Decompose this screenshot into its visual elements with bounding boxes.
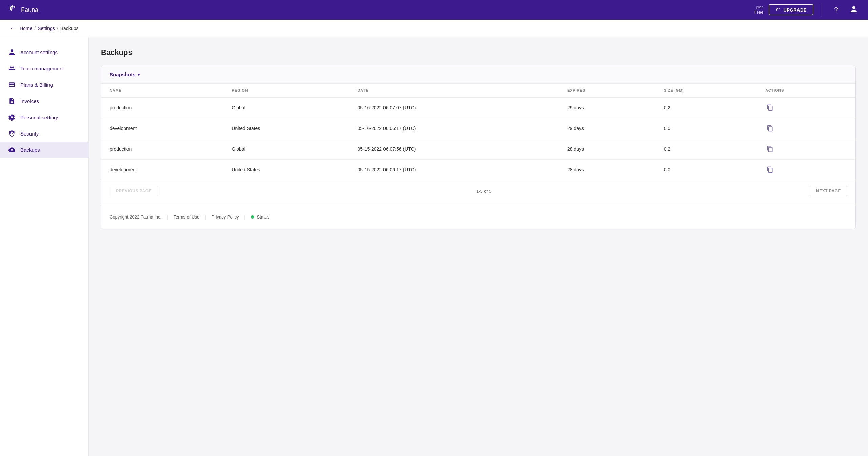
personal-settings-icon (8, 114, 16, 121)
sidebar-item-backups[interactable]: Backups (0, 142, 88, 158)
header-right: plan Free UPGRADE ? (754, 3, 860, 17)
plan-label: plan (754, 5, 764, 9)
fauna-logo-icon (8, 4, 18, 16)
snapshots-toggle-button[interactable]: Snapshots ▾ (110, 71, 140, 77)
table-row: productionGlobal05-16-2022 06:07:07 (UTC… (101, 98, 855, 118)
copy-icon (767, 146, 773, 152)
breadcrumb-sep-2: / (57, 26, 58, 31)
snapshots-table: NAMEREGIONDATEEXPIRESSIZE (GB)ACTIONS pr… (101, 84, 855, 180)
privacy-policy-link[interactable]: Privacy Policy (212, 214, 239, 220)
col-header-expires: EXPIRES (559, 84, 656, 98)
sidebar-item-personal-settings[interactable]: Personal settings (0, 109, 88, 125)
col-header-actions: ACTIONS (757, 84, 855, 98)
breadcrumb-home[interactable]: Home (20, 26, 32, 31)
personal-settings-label: Personal settings (20, 115, 59, 120)
svg-point-0 (14, 6, 15, 8)
cell-name-2: production (101, 139, 223, 160)
layout: Account settingsTeam managementPlans & B… (0, 37, 868, 456)
terms-of-use-link[interactable]: Terms of Use (174, 214, 200, 220)
snapshots-header: Snapshots ▾ (101, 65, 855, 84)
security-label: Security (20, 131, 39, 137)
cell-expires-1: 29 days (559, 118, 656, 139)
plan-value: Free (754, 9, 764, 15)
cell-actions-0 (757, 98, 855, 118)
user-menu-button[interactable] (848, 4, 860, 16)
cell-expires-2: 28 days (559, 139, 656, 160)
copy-icon (767, 166, 773, 173)
plan-info: plan Free (754, 5, 764, 15)
user-icon (850, 5, 857, 15)
page-info: 1-5 of 5 (476, 189, 491, 194)
sidebar-item-invoices[interactable]: Invoices (0, 93, 88, 109)
footer: Copyright 2022 Fauna Inc. | Terms of Use… (101, 205, 855, 229)
header-logo-text: Fauna (21, 6, 38, 14)
sidebar-item-team-management[interactable]: Team management (0, 60, 88, 77)
col-header-date: DATE (350, 84, 559, 98)
cell-size-2: 0.2 (656, 139, 757, 160)
cell-name-0: production (101, 98, 223, 118)
chevron-down-icon: ▾ (138, 72, 140, 77)
cell-name-3: development (101, 160, 223, 180)
footer-divider-1: | (167, 214, 168, 220)
cell-region-1: United States (223, 118, 349, 139)
cell-name-1: development (101, 118, 223, 139)
copy-action-button-3[interactable] (765, 165, 775, 174)
copyright-text: Copyright 2022 Fauna Inc. (110, 214, 161, 220)
cell-region-0: Global (223, 98, 349, 118)
account-settings-label: Account settings (20, 49, 58, 55)
help-icon: ? (834, 6, 838, 14)
status-link[interactable]: Status (257, 214, 270, 220)
backups-label: Backups (20, 147, 40, 153)
cell-size-3: 0.0 (656, 160, 757, 180)
backups-card: Snapshots ▾ NAMEREGIONDATEEXPIRESSIZE (G… (101, 65, 856, 229)
sidebar-item-plans-billing[interactable]: Plans & Billing (0, 77, 88, 93)
cell-actions-1 (757, 118, 855, 139)
footer-divider-2: | (205, 214, 206, 220)
status-dot (251, 215, 254, 219)
upgrade-button[interactable]: UPGRADE (769, 4, 813, 15)
cell-actions-2 (757, 139, 855, 160)
copy-action-button-0[interactable] (765, 103, 775, 112)
next-page-button[interactable]: NEXT PAGE (810, 186, 847, 196)
plans-billing-icon (8, 81, 16, 88)
copy-icon (767, 125, 773, 132)
back-button[interactable]: ← (9, 25, 16, 32)
sidebar: Account settingsTeam managementPlans & B… (0, 37, 89, 456)
help-button[interactable]: ? (830, 4, 842, 16)
sidebar-item-account-settings[interactable]: Account settings (0, 44, 88, 60)
account-settings-icon (8, 49, 16, 56)
breadcrumb-settings[interactable]: Settings (38, 26, 55, 31)
previous-page-button[interactable]: PREVIOUS PAGE (110, 186, 158, 196)
breadcrumb-bar: ← Home / Settings / Backups (0, 20, 868, 37)
svg-point-1 (779, 8, 780, 9)
cell-size-1: 0.0 (656, 118, 757, 139)
plans-billing-label: Plans & Billing (20, 82, 53, 88)
sidebar-item-security[interactable]: Security (0, 125, 88, 142)
copy-action-button-1[interactable] (765, 124, 775, 133)
invoices-icon (8, 98, 16, 104)
backups-icon (8, 146, 16, 153)
header: Fauna plan Free UPGRADE ? (0, 0, 868, 20)
cell-size-0: 0.2 (656, 98, 757, 118)
status-indicator: Status (251, 214, 269, 220)
copy-icon (767, 104, 773, 111)
cell-expires-0: 29 days (559, 98, 656, 118)
page-title: Backups (101, 48, 856, 57)
snapshots-label: Snapshots (110, 71, 136, 77)
header-logo: Fauna (8, 4, 754, 16)
col-header-region: REGION (223, 84, 349, 98)
table-body: productionGlobal05-16-2022 06:07:07 (UTC… (101, 98, 855, 180)
table-row: productionGlobal05-15-2022 06:07:56 (UTC… (101, 139, 855, 160)
cell-date-0: 05-16-2022 06:07:07 (UTC) (350, 98, 559, 118)
footer-divider-3: | (244, 214, 245, 220)
main-content: Backups Snapshots ▾ NAMEREGIONDATEEXPIRE… (89, 37, 868, 456)
cell-region-3: United States (223, 160, 349, 180)
team-management-label: Team management (20, 66, 64, 71)
copy-action-button-2[interactable] (765, 144, 775, 154)
cell-expires-3: 28 days (559, 160, 656, 180)
table-header: NAMEREGIONDATEEXPIRESSIZE (GB)ACTIONS (101, 84, 855, 98)
cell-date-2: 05-15-2022 06:07:56 (UTC) (350, 139, 559, 160)
table-row: developmentUnited States05-16-2022 06:06… (101, 118, 855, 139)
breadcrumb-current: Backups (60, 26, 79, 31)
header-divider (822, 3, 822, 17)
